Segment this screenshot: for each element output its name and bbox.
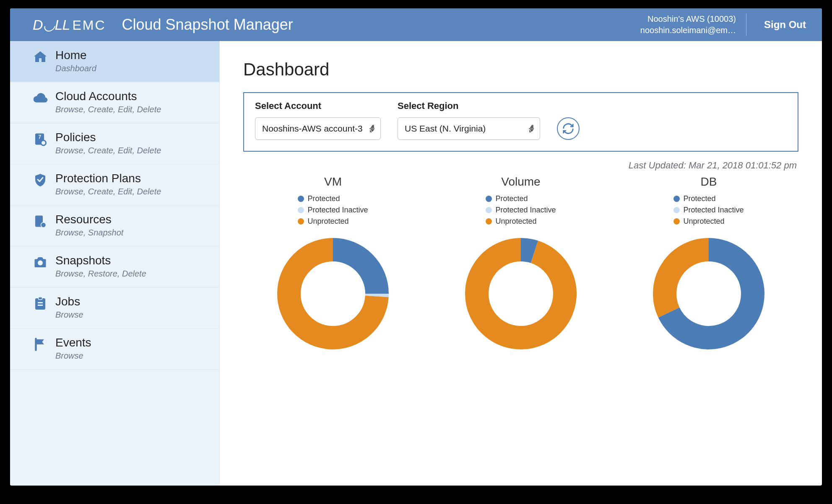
- legend-item: Protected Inactive: [673, 206, 744, 215]
- sidebar-item-subtitle: Dashboard: [55, 64, 96, 73]
- legend-swatch: [673, 207, 680, 213]
- donut-chart: [650, 235, 767, 352]
- sidebar-item-title: Snapshots: [55, 254, 146, 267]
- camera-icon: [33, 255, 48, 270]
- sidebar-item-title: Jobs: [55, 295, 83, 308]
- legend-label: Unprotected: [307, 217, 348, 226]
- sidebar-item-title: Home: [55, 49, 96, 62]
- sidebar-item-subtitle: Browse, Restore, Delete: [55, 269, 146, 279]
- chart-legend: ProtectedProtected InactiveUnprotected: [486, 194, 556, 226]
- legend-swatch: [298, 196, 304, 202]
- account-select-value: Nooshins-AWS account-3: [262, 124, 363, 134]
- sidebar-item-title: Policies: [55, 131, 161, 144]
- refresh-button[interactable]: [557, 117, 580, 140]
- policy-icon: 7: [33, 132, 48, 147]
- account-select[interactable]: Nooshins-AWS account-3: [255, 117, 381, 140]
- sidebar-item-policies[interactable]: 7PoliciesBrowse, Create, Edit, Delete: [10, 123, 219, 164]
- svg-rect-7: [39, 297, 42, 300]
- legend-item: Protected Inactive: [298, 206, 368, 215]
- select-caret-icon: [370, 126, 374, 132]
- sidebar-item-protection-plans[interactable]: Protection PlansBrowse, Create, Edit, De…: [10, 164, 219, 205]
- sidebar-item-snapshots[interactable]: SnapshotsBrowse, Restore, Delete: [10, 246, 219, 287]
- chart-db: DBProtectedProtected InactiveUnprotected: [619, 175, 798, 352]
- sidebar-item-subtitle: Browse, Create, Edit, Delete: [55, 187, 161, 196]
- select-caret-icon: [530, 126, 534, 132]
- legend-swatch: [486, 207, 492, 213]
- sidebar-item-title: Protection Plans: [55, 172, 161, 185]
- legend-label: Protected: [683, 194, 715, 203]
- legend-item: Unprotected: [673, 217, 724, 226]
- chart-title: VM: [324, 175, 342, 189]
- legend-item: Protected: [673, 194, 715, 203]
- account-info[interactable]: Nooshin's AWS (10003) nooshin.soleimani@…: [637, 13, 746, 36]
- jobs-icon: [33, 296, 48, 311]
- brand-logo: D◡LL EMC: [33, 16, 106, 33]
- legend-label: Protected Inactive: [683, 206, 744, 215]
- region-select[interactable]: US East (N. Virginia): [398, 117, 540, 140]
- donut-chart: [462, 235, 580, 352]
- chart-title: Volume: [501, 175, 540, 189]
- brand-dell: D◡LL: [33, 16, 70, 33]
- app-title: Cloud Snapshot Manager: [122, 16, 293, 34]
- sidebar-item-title: Events: [55, 336, 91, 349]
- sidebar-item-home[interactable]: HomeDashboard: [10, 41, 219, 82]
- brand-emc: EMC: [72, 18, 106, 33]
- account-email: nooshin.soleimani@em…: [637, 25, 736, 36]
- svg-rect-6: [35, 298, 45, 310]
- legend-label: Protected: [307, 194, 340, 203]
- legend-item: Unprotected: [298, 217, 348, 226]
- last-updated: Last Updated: Mar 21, 2018 01:01:52 pm: [243, 160, 797, 171]
- legend-label: Unprotected: [683, 217, 724, 226]
- sidebar-item-jobs[interactable]: JobsBrowse: [10, 287, 219, 328]
- flag-icon: [33, 337, 48, 352]
- legend-label: Protected Inactive: [495, 206, 556, 215]
- svg-point-4: [41, 222, 46, 227]
- top-bar: D◡LL EMC Cloud Snapshot Manager Nooshin'…: [10, 8, 822, 41]
- legend-swatch: [298, 218, 304, 225]
- sidebar-item-resources[interactable]: ResourcesBrowse, Snapshot: [10, 205, 219, 246]
- sidebar-item-subtitle: Browse, Snapshot: [55, 228, 123, 238]
- sidebar-item-subtitle: Browse, Create, Edit, Delete: [55, 105, 161, 114]
- legend-item: Protected: [486, 194, 528, 203]
- svg-point-5: [38, 261, 43, 266]
- cloud-icon: [33, 90, 48, 106]
- sidebar-item-subtitle: Browse: [55, 310, 83, 320]
- sign-out-button[interactable]: Sign Out: [760, 16, 810, 34]
- legend-item: Protected: [298, 194, 340, 203]
- chart-volume: VolumeProtectedProtected InactiveUnprote…: [431, 175, 611, 352]
- sidebar-item-cloud-accounts[interactable]: Cloud AccountsBrowse, Create, Edit, Dele…: [10, 82, 219, 123]
- filter-panel: Select Account Nooshins-AWS account-3 Se…: [243, 92, 798, 152]
- resource-icon: [33, 214, 48, 229]
- legend-label: Protected: [495, 194, 528, 203]
- refresh-icon: [562, 122, 575, 135]
- chart-legend: ProtectedProtected InactiveUnprotected: [298, 194, 368, 226]
- legend-item: Unprotected: [486, 217, 536, 226]
- account-name: Nooshin's AWS (10003): [637, 13, 736, 25]
- sidebar-item-title: Resources: [55, 213, 123, 226]
- legend-swatch: [673, 196, 680, 202]
- legend-label: Protected Inactive: [307, 206, 368, 215]
- legend-swatch: [486, 218, 492, 225]
- svg-point-1: [41, 140, 46, 145]
- sidebar: HomeDashboardCloud AccountsBrowse, Creat…: [10, 41, 220, 486]
- donut-chart: [274, 235, 392, 352]
- legend-swatch: [298, 207, 304, 213]
- legend-swatch: [673, 218, 680, 225]
- region-select-label: Select Region: [398, 101, 540, 111]
- region-select-value: US East (N. Virginia): [405, 124, 486, 134]
- chart-legend: ProtectedProtected InactiveUnprotected: [673, 194, 744, 226]
- sidebar-item-subtitle: Browse, Create, Edit, Delete: [55, 146, 161, 155]
- chart-title: DB: [701, 175, 717, 189]
- legend-item: Protected Inactive: [486, 206, 556, 215]
- main-content: Dashboard Select Account Nooshins-AWS ac…: [220, 41, 822, 486]
- svg-text:7: 7: [39, 134, 42, 140]
- legend-swatch: [486, 196, 492, 202]
- shield-icon: [33, 173, 48, 188]
- sidebar-item-title: Cloud Accounts: [55, 90, 161, 103]
- legend-label: Unprotected: [495, 217, 536, 226]
- account-select-label: Select Account: [255, 101, 381, 111]
- charts-row: VMProtectedProtected InactiveUnprotected…: [243, 175, 798, 352]
- sidebar-item-subtitle: Browse: [55, 351, 91, 361]
- sidebar-item-events[interactable]: EventsBrowse: [10, 328, 219, 370]
- chart-vm: VMProtectedProtected InactiveUnprotected: [243, 175, 423, 352]
